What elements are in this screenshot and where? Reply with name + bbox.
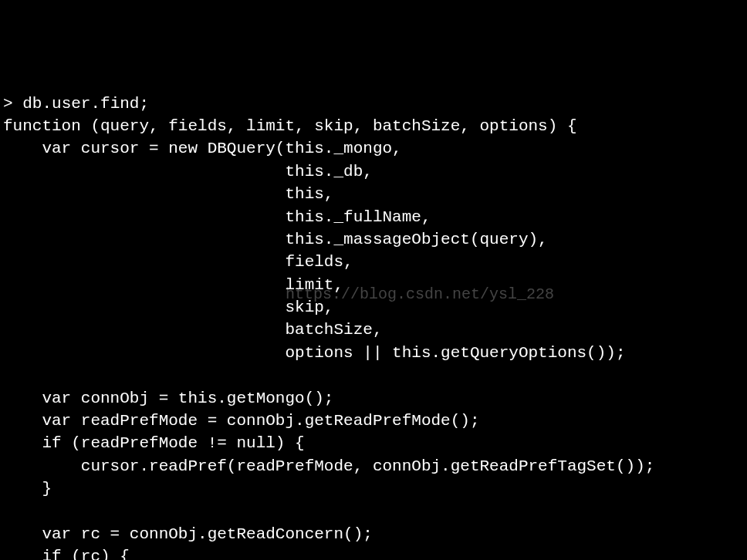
code-line: this._db, <box>3 163 373 180</box>
code-line: options || this.getQueryOptions()); <box>3 344 626 362</box>
code-line: this, <box>3 185 333 203</box>
code-line: var readPrefMode = connObj.getReadPrefMo… <box>3 412 480 430</box>
code-line: skip, <box>3 299 333 316</box>
code-line: batchSize, <box>3 321 382 339</box>
code-line: cursor.readPref(readPrefMode, connObj.ge… <box>3 457 654 475</box>
code-line: fields, <box>3 253 353 271</box>
code-line: this._massageObject(query), <box>3 231 548 248</box>
code-line: if (rc) { <box>3 548 130 560</box>
code-line: } <box>3 480 52 498</box>
code-line: this._fullName, <box>3 208 431 226</box>
code-line: function (query, fields, limit, skip, ba… <box>3 117 577 135</box>
code-line: var cursor = new DBQuery(this._mongo, <box>3 140 402 157</box>
code-line: if (readPrefMode != null) { <box>3 434 305 452</box>
code-line: var rc = connObj.getReadConcern(); <box>3 525 373 543</box>
code-line: limit, <box>3 276 343 294</box>
code-line: var connObj = this.getMongo(); <box>3 390 333 407</box>
command-text: db.user.find; <box>22 95 149 113</box>
prompt-symbol: > <box>3 95 22 113</box>
terminal-output: > db.user.find; function (query, fields,… <box>3 93 744 560</box>
